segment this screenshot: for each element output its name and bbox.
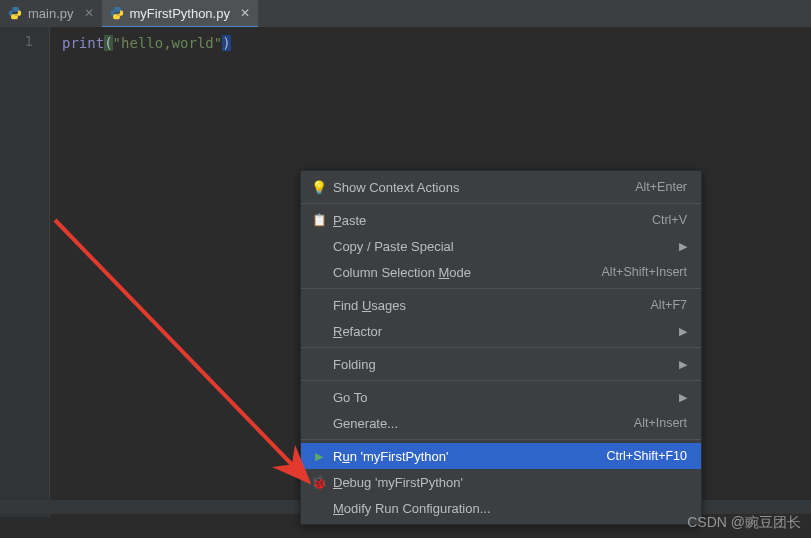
- menu-separator: [301, 288, 701, 289]
- watermark-text: CSDN @豌豆团长: [687, 514, 801, 532]
- menu-item-icon-slot: 🐞: [309, 475, 329, 490]
- menu-item-shortcut: Ctrl+V: [652, 213, 687, 227]
- menu-item[interactable]: 📋PasteCtrl+V: [301, 207, 701, 233]
- menu-item-label: Debug 'myFirstPython': [329, 475, 687, 490]
- menu-item[interactable]: Find UsagesAlt+F7: [301, 292, 701, 318]
- menu-item[interactable]: Refactor▶: [301, 318, 701, 344]
- menu-item-icon-slot: 📋: [309, 213, 329, 227]
- tab-main-py[interactable]: main.py ✕: [0, 0, 102, 26]
- code-token-paren-open: (: [104, 35, 112, 51]
- menu-item-label: Paste: [329, 213, 652, 228]
- code-token-string: "hello,world": [113, 35, 223, 51]
- menu-item-label: Folding: [329, 357, 669, 372]
- menu-item[interactable]: 💡Show Context ActionsAlt+Enter: [301, 174, 701, 200]
- menu-item-shortcut: Alt+Enter: [635, 180, 687, 194]
- menu-item[interactable]: Generate...Alt+Insert: [301, 410, 701, 436]
- editor-context-menu: 💡Show Context ActionsAlt+Enter📋PasteCtrl…: [300, 170, 702, 525]
- menu-item-label: Copy / Paste Special: [329, 239, 669, 254]
- submenu-arrow-icon: ▶: [669, 391, 687, 404]
- menu-item-label: Refactor: [329, 324, 669, 339]
- menu-separator: [301, 347, 701, 348]
- menu-item-label: Show Context Actions: [329, 180, 635, 195]
- bug-icon: 🐞: [311, 475, 327, 490]
- menu-item-shortcut: Alt+Insert: [634, 416, 687, 430]
- menu-item[interactable]: Folding▶: [301, 351, 701, 377]
- menu-separator: [301, 380, 701, 381]
- close-icon[interactable]: ✕: [84, 6, 94, 20]
- submenu-arrow-icon: ▶: [669, 240, 687, 253]
- clipboard-icon: 📋: [312, 213, 327, 227]
- submenu-arrow-icon: ▶: [669, 325, 687, 338]
- menu-item[interactable]: ▶Run 'myFirstPython'Ctrl+Shift+F10: [301, 443, 701, 469]
- tab-myfirstpython-py[interactable]: myFirstPython.py ✕: [102, 0, 258, 29]
- menu-item[interactable]: Modify Run Configuration...: [301, 495, 701, 521]
- menu-item[interactable]: Column Selection ModeAlt+Shift+Insert: [301, 259, 701, 285]
- menu-item-label: Generate...: [329, 416, 634, 431]
- editor-tab-bar: main.py ✕ myFirstPython.py ✕: [0, 0, 811, 27]
- line-number-gutter: 1: [0, 27, 50, 517]
- menu-item[interactable]: Copy / Paste Special▶: [301, 233, 701, 259]
- bulb-icon: 💡: [311, 180, 327, 195]
- menu-item-label: Go To: [329, 390, 669, 405]
- menu-item-icon-slot: ▶: [309, 450, 329, 463]
- line-number: 1: [0, 33, 33, 49]
- tab-label: myFirstPython.py: [130, 6, 230, 21]
- menu-separator: [301, 439, 701, 440]
- menu-item-label: Column Selection Mode: [329, 265, 602, 280]
- menu-item-label: Modify Run Configuration...: [329, 501, 687, 516]
- menu-item-shortcut: Alt+F7: [651, 298, 687, 312]
- menu-item[interactable]: Go To▶: [301, 384, 701, 410]
- submenu-arrow-icon: ▶: [669, 358, 687, 371]
- menu-item-shortcut: Alt+Shift+Insert: [602, 265, 687, 279]
- close-icon[interactable]: ✕: [240, 6, 250, 20]
- menu-item[interactable]: 🐞Debug 'myFirstPython': [301, 469, 701, 495]
- menu-item-shortcut: Ctrl+Shift+F10: [606, 449, 687, 463]
- code-token-paren-close: ): [222, 35, 230, 51]
- run-icon: ▶: [315, 450, 323, 463]
- python-file-icon: [110, 6, 124, 20]
- menu-separator: [301, 203, 701, 204]
- code-token-fn: print: [62, 35, 104, 51]
- python-file-icon: [8, 6, 22, 20]
- tab-label: main.py: [28, 6, 74, 21]
- menu-item-label: Run 'myFirstPython': [329, 449, 606, 464]
- menu-item-label: Find Usages: [329, 298, 651, 313]
- menu-item-icon-slot: 💡: [309, 180, 329, 195]
